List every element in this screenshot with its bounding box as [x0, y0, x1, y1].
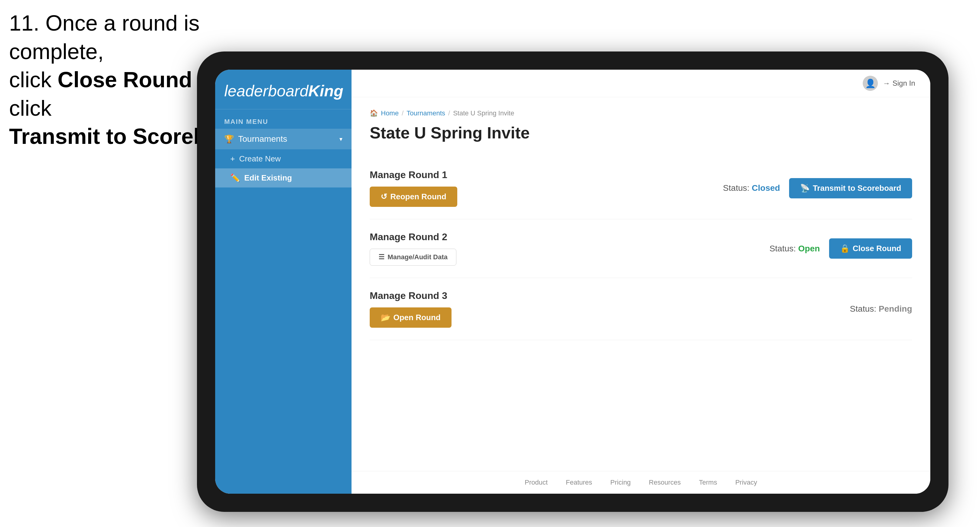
- app-footer: Product Features Pricing Resources Terms…: [352, 471, 930, 494]
- footer-product[interactable]: Product: [525, 479, 547, 486]
- instruction-line1: 11. Once a round is complete,: [9, 11, 199, 63]
- transmit-label: Transmit to Scoreboard: [813, 184, 901, 193]
- reopen-round-button[interactable]: ↺ Reopen Round: [370, 187, 457, 207]
- round-1-left: Manage Round 1 ↺ Reopen Round: [370, 169, 457, 207]
- sign-in-label: Sign In: [892, 79, 915, 87]
- round-3-status: Status: Pending: [850, 304, 912, 314]
- round-3-title: Manage Round 3: [370, 290, 452, 302]
- nav-item-tournaments[interactable]: 🏆 Tournaments ▾: [215, 129, 352, 149]
- footer-pricing[interactable]: Pricing: [610, 479, 631, 486]
- round-3-card: Manage Round 3 📂 Open Round Status: Pend…: [370, 278, 912, 340]
- plus-icon: +: [230, 154, 235, 163]
- main-content: 👤 → Sign In 🏠 Home / Tournaments / Stat: [352, 70, 930, 494]
- round-3-right: Status: Pending: [850, 304, 912, 314]
- logo: leaderboardKing: [224, 82, 342, 100]
- page-title: State U Spring Invite: [370, 123, 912, 142]
- round-2-left: Manage Round 2 ☰ Manage/Audit Data: [370, 232, 457, 266]
- manage-audit-label: Manage/Audit Data: [388, 253, 447, 261]
- edit-icon: ✏️: [230, 173, 240, 183]
- open-icon: 📂: [380, 313, 390, 322]
- footer-features[interactable]: Features: [566, 479, 592, 486]
- trophy-icon: 🏆: [224, 135, 234, 144]
- round-2-status-value: Open: [798, 244, 820, 253]
- round-2-title: Manage Round 2: [370, 232, 457, 243]
- round-2-status: Status: Open: [769, 244, 820, 254]
- main-menu-label: MAIN MENU: [215, 110, 352, 129]
- chevron-down-icon: ▾: [339, 135, 342, 143]
- footer-privacy[interactable]: Privacy: [735, 479, 757, 486]
- sub-nav: + Create New ✏️ Edit Existing: [215, 149, 352, 187]
- reopen-icon: ↺: [380, 192, 387, 202]
- sub-nav-edit-existing[interactable]: ✏️ Edit Existing: [215, 168, 352, 187]
- sign-in-button[interactable]: → Sign In: [883, 79, 915, 87]
- sidebar: leaderboardKing MAIN MENU 🏆 Tournaments …: [215, 70, 352, 494]
- sub-nav-create-new[interactable]: + Create New: [215, 149, 352, 168]
- breadcrumb-current: State U Spring Invite: [453, 110, 514, 117]
- transmit-to-scoreboard-button[interactable]: 📡 Transmit to Scoreboard: [789, 178, 912, 198]
- footer-terms[interactable]: Terms: [699, 479, 717, 486]
- logo-area: leaderboardKing: [215, 70, 352, 110]
- tablet-screen: leaderboardKing MAIN MENU 🏆 Tournaments …: [215, 70, 930, 494]
- round-1-card: Manage Round 1 ↺ Reopen Round Status: Cl…: [370, 157, 912, 219]
- open-round-label: Open Round: [393, 313, 441, 322]
- edit-existing-label: Edit Existing: [244, 173, 292, 183]
- round-3-status-value: Pending: [879, 304, 912, 313]
- footer-resources[interactable]: Resources: [649, 479, 681, 486]
- create-new-label: Create New: [239, 154, 281, 163]
- round-2-card: Manage Round 2 ☰ Manage/Audit Data Statu…: [370, 219, 912, 278]
- breadcrumb-home-link[interactable]: Home: [381, 110, 399, 117]
- close-round-label: Close Round: [853, 244, 901, 253]
- avatar: 👤: [863, 76, 878, 91]
- round-1-right: Status: Closed 📡 Transmit to Scoreboard: [723, 178, 912, 198]
- round-2-right: Status: Open 🔒 Close Round: [769, 238, 912, 259]
- breadcrumb-sep2: /: [448, 110, 450, 117]
- tablet-device: leaderboardKing MAIN MENU 🏆 Tournaments …: [197, 51, 948, 512]
- manage-audit-button[interactable]: ☰ Manage/Audit Data: [370, 249, 457, 266]
- reopen-round-label: Reopen Round: [390, 192, 446, 202]
- app-layout: leaderboardKing MAIN MENU 🏆 Tournaments …: [215, 70, 930, 494]
- audit-icon: ☰: [379, 253, 385, 261]
- breadcrumb: 🏠 Home / Tournaments / State U Spring In…: [370, 110, 912, 117]
- round-1-status: Status: Closed: [723, 183, 780, 193]
- open-round-button[interactable]: 📂 Open Round: [370, 307, 452, 328]
- breadcrumb-tournaments-link[interactable]: Tournaments: [407, 110, 445, 117]
- lock-icon: 🔒: [840, 244, 850, 253]
- logo-leaderboard: leaderboard: [224, 82, 309, 100]
- instruction-bold1: Close Round: [57, 68, 192, 92]
- close-round-button[interactable]: 🔒 Close Round: [829, 238, 912, 259]
- breadcrumb-sep1: /: [402, 110, 404, 117]
- top-bar: 👤 → Sign In: [352, 70, 930, 97]
- transmit-icon: 📡: [800, 184, 810, 193]
- nav-tournaments-label: Tournaments: [238, 134, 287, 144]
- round-3-left: Manage Round 3 📂 Open Round: [370, 290, 452, 328]
- sign-in-arrow-icon: →: [883, 79, 890, 87]
- breadcrumb-home-icon: 🏠: [370, 110, 378, 117]
- round-1-status-value: Closed: [752, 183, 780, 193]
- round-1-title: Manage Round 1: [370, 169, 457, 181]
- logo-king: King: [309, 82, 344, 100]
- content-area: 🏠 Home / Tournaments / State U Spring In…: [352, 97, 930, 471]
